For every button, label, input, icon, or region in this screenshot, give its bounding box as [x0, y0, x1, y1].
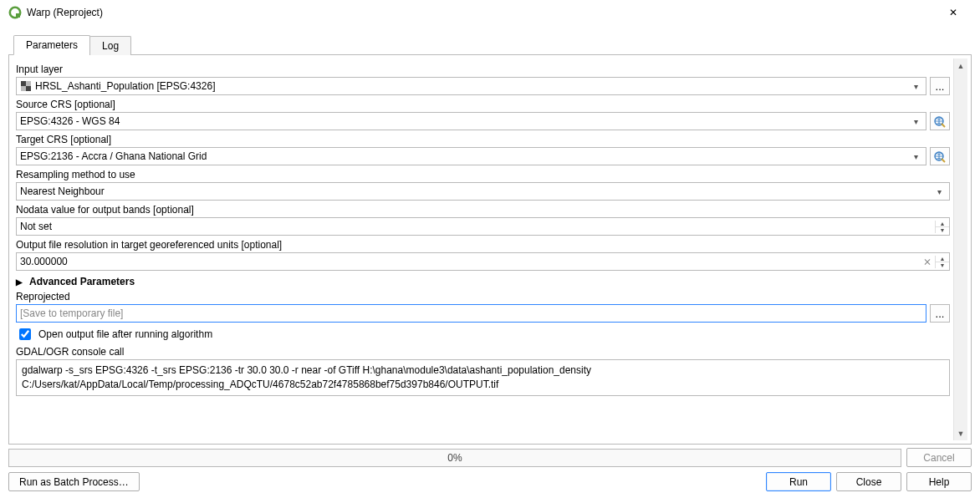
input-layer-combo[interactable]: HRSL_Ashanti_Population [EPSG:4326] ▾ — [16, 77, 926, 95]
source-crs-value: EPSG:4326 - WGS 84 — [20, 115, 909, 127]
open-output-checkbox[interactable] — [19, 328, 31, 340]
chevron-down-icon: ▾ — [932, 187, 946, 196]
run-button[interactable]: Run — [766, 472, 831, 491]
nodata-spinbox[interactable]: Not set ▲ ▼ — [16, 217, 950, 236]
help-button[interactable]: Help — [906, 472, 972, 491]
advanced-toggle[interactable]: ▶ Advanced Parameters — [16, 276, 950, 287]
window-title: Warp (Reproject) — [27, 7, 935, 18]
scroll-up-button[interactable]: ▲ — [954, 58, 967, 73]
resolution-spin-down[interactable]: ▼ — [936, 262, 949, 268]
dialog-body: Parameters Log Input layer — [0, 25, 980, 498]
tab-log[interactable]: Log — [89, 36, 131, 55]
label-target-crs: Target CRS [optional] — [16, 134, 950, 145]
resampling-value: Nearest Neighbour — [20, 185, 932, 197]
label-nodata: Nodata value for output bands [optional] — [16, 204, 950, 216]
chevron-down-icon: ▾ — [909, 82, 922, 91]
chevron-down-icon: ▾ — [909, 117, 922, 126]
cancel-button: Cancel — [906, 448, 972, 467]
progress-bar: 0% — [8, 449, 901, 467]
tab-bar: Parameters Log — [8, 33, 972, 55]
reprojected-output-input[interactable]: [Save to temporary file] — [16, 304, 926, 323]
close-button[interactable]: Close — [836, 472, 901, 491]
nodata-spin-down[interactable]: ▼ — [936, 227, 949, 233]
target-crs-value: EPSG:2136 - Accra / Ghana National Grid — [20, 150, 909, 162]
scroll-down-button[interactable]: ▼ — [954, 426, 967, 440]
caret-right-icon: ▶ — [16, 277, 23, 287]
globe-icon — [933, 150, 947, 163]
target-crs-combo[interactable]: EPSG:2136 - Accra / Ghana National Grid … — [16, 147, 926, 165]
advanced-label: Advanced Parameters — [29, 276, 135, 287]
window-close-button[interactable]: ✕ — [935, 0, 972, 25]
console-call-text: gdalwarp -s_srs EPSG:4326 -t_srs EPSG:21… — [16, 359, 950, 396]
resolution-spin-up[interactable]: ▲ — [936, 256, 949, 262]
input-layer-value: HRSL_Ashanti_Population [EPSG:4326] — [35, 80, 909, 92]
nodata-value: Not set — [20, 221, 935, 232]
svg-rect-5 — [26, 86, 31, 91]
label-source-crs: Source CRS [optional] — [16, 99, 950, 110]
raster-layer-icon — [20, 80, 32, 92]
label-reprojected: Reprojected — [16, 291, 950, 302]
target-crs-picker-button[interactable] — [930, 147, 950, 165]
label-resolution: Output file resolution in target georefe… — [16, 239, 950, 251]
svg-rect-2 — [21, 81, 26, 86]
tab-parameters[interactable]: Parameters — [13, 35, 90, 55]
svg-rect-1 — [16, 13, 20, 18]
chevron-down-icon: ▾ — [909, 152, 922, 161]
svg-rect-4 — [21, 86, 26, 91]
resampling-combo[interactable]: Nearest Neighbour ▾ — [16, 182, 950, 201]
resolution-clear-button[interactable]: ⨯ — [920, 256, 935, 267]
input-layer-browse-button[interactable]: ... — [930, 77, 950, 95]
qgis-icon — [8, 6, 22, 19]
open-output-label: Open output file after running algorithm — [38, 328, 212, 340]
run-batch-button[interactable]: Run as Batch Process… — [8, 472, 140, 491]
progress-text: 0% — [447, 452, 462, 464]
label-resampling: Resampling method to use — [16, 169, 950, 180]
dialog-window: Warp (Reproject) ✕ Parameters Log Input … — [0, 0, 980, 498]
parameters-scroll: Input layer HRSL_Ashanti_Population [EPS… — [13, 58, 953, 440]
scroll-track[interactable] — [954, 73, 967, 426]
source-crs-combo[interactable]: EPSG:4326 - WGS 84 ▾ — [16, 112, 926, 130]
resolution-value: 30.000000 — [20, 256, 920, 267]
nodata-spin-up[interactable]: ▲ — [936, 221, 949, 227]
resolution-spinbox[interactable]: 30.000000 ⨯ ▲ ▼ — [16, 252, 950, 271]
svg-rect-3 — [26, 81, 31, 86]
close-icon: ✕ — [949, 7, 957, 18]
label-input-layer: Input layer — [16, 64, 950, 75]
reprojected-placeholder: [Save to temporary file] — [20, 307, 123, 319]
reprojected-browse-button[interactable]: ... — [930, 304, 950, 323]
source-crs-picker-button[interactable] — [930, 112, 950, 130]
label-console-call: GDAL/OGR console call — [16, 346, 950, 358]
titlebar: Warp (Reproject) ✕ — [0, 0, 980, 25]
parameters-scrollbar[interactable]: ▲ ▼ — [953, 58, 967, 440]
parameters-panel: Input layer HRSL_Ashanti_Population [EPS… — [8, 55, 972, 445]
globe-icon — [933, 114, 947, 128]
bottom-bar: 0% Cancel Run as Batch Process… Run Clos… — [8, 445, 972, 491]
